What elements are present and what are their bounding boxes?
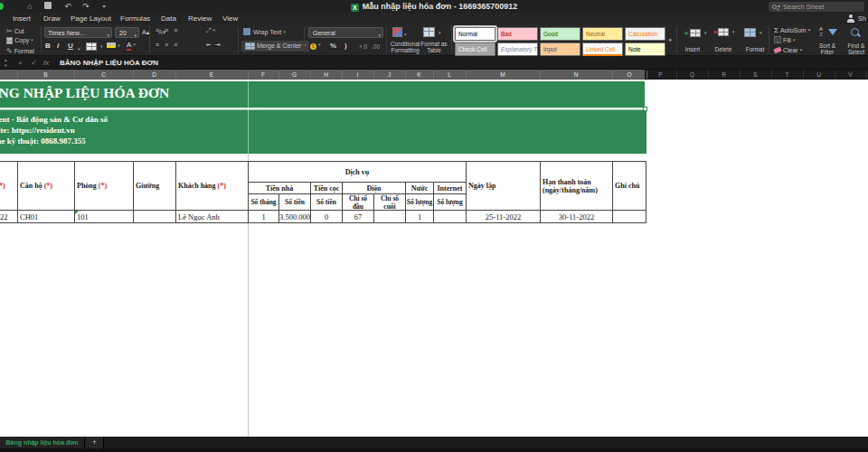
sort-filter-button[interactable]: AZ: [819, 26, 823, 37]
header-cell-sub-9[interactable]: Chỉ số cuối: [373, 193, 405, 210]
underline-button[interactable]: U: [68, 42, 73, 50]
formula-bar-value[interactable]: BẢNG NHẬP LIỆU HÓA ĐƠN: [60, 56, 158, 70]
column-header-S[interactable]: S: [753, 70, 757, 80]
style-chip-neutral[interactable]: Neutral: [582, 27, 623, 41]
data-cell-6[interactable]: 3.500.000: [278, 210, 310, 223]
header-cell-0[interactable]: Tháng(*): [0, 161, 17, 210]
increase-decimal-button[interactable]: +.0: [359, 43, 367, 50]
ribbon-tab-formulas[interactable]: Formulas: [120, 13, 150, 24]
ribbon-tab-insert[interactable]: Insert: [13, 13, 31, 24]
data-cell-9[interactable]: [373, 210, 405, 223]
data-cell-3[interactable]: [133, 210, 175, 223]
column-header-E[interactable]: E: [210, 70, 213, 80]
header-cell-right-2[interactable]: Ghi chú: [612, 161, 646, 210]
grow-font-button[interactable]: A▴: [142, 29, 149, 36]
header-cell-group-4[interactable]: Internet: [433, 182, 466, 193]
comma-style-button[interactable]: ): [344, 42, 347, 50]
font-size-select[interactable]: 20▾: [115, 27, 139, 38]
style-chip-normal[interactable]: Normal: [455, 27, 495, 41]
style-chip-check-cell[interactable]: Check Cell: [455, 42, 495, 56]
column-header-J[interactable]: J: [388, 70, 391, 80]
number-format-select[interactable]: General▾: [308, 27, 383, 38]
decrease-decimal-button[interactable]: .00: [372, 43, 380, 50]
delete-cells-button[interactable]: ×▾: [713, 28, 734, 36]
format-cells-button[interactable]: ▾: [744, 28, 762, 37]
column-header-U[interactable]: U: [816, 70, 821, 80]
selection-fill-handle[interactable]: [643, 107, 647, 111]
merge-center-button[interactable]: Merge & Center▾: [241, 41, 309, 52]
header-cell-2[interactable]: Phòng(*): [74, 161, 133, 210]
orientation-button[interactable]: ⤢▾: [206, 27, 215, 34]
data-cell-0[interactable]: 11-2022: [0, 210, 17, 223]
header-cell-group-2[interactable]: Điện: [342, 182, 405, 193]
header-cell-services[interactable]: Dịch vụ: [248, 161, 466, 182]
style-chip-bad[interactable]: Bad: [497, 27, 538, 41]
column-header-R[interactable]: R: [722, 70, 726, 80]
header-cell-group-1[interactable]: Tiền cọc: [310, 182, 342, 193]
bold-button[interactable]: B: [45, 42, 51, 50]
cut-button[interactable]: ✂ Cut: [6, 27, 24, 35]
font-color-button[interactable]: A▾: [127, 41, 136, 49]
ribbon-tab-page-layout[interactable]: Page Layout: [71, 13, 111, 24]
company-info-cell[interactable]: Resident - Bất động sản & Cư dân sốWebsi…: [0, 114, 108, 146]
data-cell-4[interactable]: Lê Ngọc Anh: [175, 210, 248, 223]
column-header-O[interactable]: O: [627, 70, 631, 80]
ribbon-tab-view[interactable]: View: [222, 13, 238, 24]
percent-button[interactable]: %: [330, 42, 336, 50]
format-as-table-button[interactable]: ▾: [423, 27, 441, 37]
worksheet[interactable]: BẢNG NHẬP LIỆU HÓA ĐƠN Resident - Bất độ…: [0, 80, 868, 437]
borders-button[interactable]: ▾: [86, 42, 103, 51]
header-cell-sub-7[interactable]: Số tiền: [310, 193, 342, 210]
style-chip-good[interactable]: Good: [540, 27, 580, 41]
data-cell-14[interactable]: [612, 210, 646, 223]
search-input[interactable]: ▾ Search Sheet: [769, 2, 864, 12]
fx-icon[interactable]: fx: [43, 56, 49, 70]
style-chip-linked-cell[interactable]: Linked Cell: [582, 42, 623, 56]
add-sheet-button[interactable]: +: [86, 437, 104, 448]
ribbon-tab-data[interactable]: Data: [161, 13, 176, 24]
data-cell-8[interactable]: 67: [342, 210, 373, 223]
styles-expand-icon[interactable]: ▸: [669, 36, 673, 43]
column-headers[interactable]: ABCDEFGHIJKLMNOPQRSTUV: [0, 70, 868, 80]
column-header-Q[interactable]: Q: [690, 70, 694, 80]
sheet-tab-active[interactable]: Bảng nhập liệu hóa đơn: [0, 437, 85, 448]
format-painter-button[interactable]: ✎ Format: [6, 47, 34, 55]
header-cell-group-0[interactable]: Tiền nhà: [248, 182, 310, 193]
column-header-I[interactable]: I: [357, 70, 359, 80]
data-cell-11[interactable]: [433, 210, 466, 223]
data-cell-2[interactable]: 101: [74, 210, 133, 223]
header-cell-sub-6[interactable]: Số tiền: [278, 193, 310, 210]
style-chip-calculation[interactable]: Calculation: [625, 27, 665, 41]
column-header-B[interactable]: B: [43, 70, 47, 80]
header-cell-right-0[interactable]: Ngày lập: [466, 161, 540, 210]
currency-button[interactable]: $▾: [310, 42, 321, 50]
formula-bar[interactable]: ▴▾ × ✓ fx BẢNG NHẬP LIỆU HÓA ĐƠN: [0, 56, 868, 70]
ribbon-tab-review[interactable]: Review: [188, 13, 212, 24]
underline-caret-icon[interactable]: ▾: [78, 46, 80, 52]
header-cell-sub-11[interactable]: Số lượng: [433, 193, 466, 210]
column-header-D[interactable]: D: [152, 70, 156, 80]
header-cell-sub-10[interactable]: Số lượng: [405, 193, 433, 210]
column-header-G[interactable]: G: [292, 70, 297, 80]
header-cell-sub-8[interactable]: Chỉ số đầu: [342, 193, 373, 210]
header-cell-right-1[interactable]: Hạn thanh toán (ngày/tháng/năm): [540, 161, 612, 210]
insert-cells-button[interactable]: ＋▾: [683, 28, 707, 38]
column-header-T[interactable]: T: [786, 70, 789, 80]
font-name-select[interactable]: Times New...▾: [44, 27, 112, 38]
column-header-K[interactable]: K: [417, 70, 420, 80]
data-cell-1[interactable]: CH01: [17, 210, 74, 223]
header-cell-4[interactable]: Khách hàng(*): [175, 161, 248, 210]
style-chip-note[interactable]: Note: [625, 42, 665, 56]
ribbon-tab-draw[interactable]: Draw: [43, 13, 61, 24]
column-header-N[interactable]: N: [574, 70, 579, 80]
copy-button[interactable]: Copy▾: [6, 37, 33, 44]
enter-icon[interactable]: ✓: [31, 56, 37, 70]
column-header-H[interactable]: H: [324, 70, 328, 80]
conditional-formatting-button[interactable]: ▾: [392, 27, 407, 38]
data-cell-5[interactable]: 1: [248, 210, 278, 223]
column-header-L[interactable]: L: [448, 70, 451, 80]
wrap-text-button[interactable]: Wrap Text▾: [243, 28, 286, 35]
vertical-align-buttons[interactable]: ≡≡≡: [156, 27, 183, 33]
column-header-V[interactable]: V: [848, 70, 852, 80]
clear-button[interactable]: Clear▾: [774, 47, 802, 53]
